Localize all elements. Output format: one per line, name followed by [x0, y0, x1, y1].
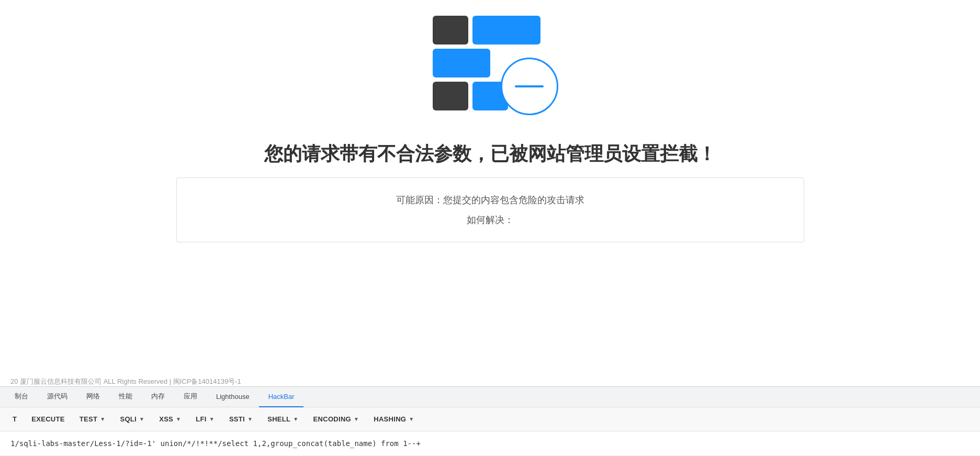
copyright-bar: 20 厦门服云信息科技有限公司 ALL Rights Reserved | 闽I…: [0, 376, 980, 386]
lfi-dropdown-icon: ▼: [209, 416, 215, 422]
hackbar-xss[interactable]: XSS ▼: [152, 407, 188, 431]
tab-performance[interactable]: 性能: [109, 386, 142, 407]
tab-hackbar[interactable]: HackBar: [259, 386, 304, 407]
hackbar-shell[interactable]: SHELL ▼: [260, 407, 306, 431]
page-wrapper: 您的请求带有不合法参数，已被网站管理员设置拦截！ 可能原因：您提交的内容包含危险…: [0, 0, 980, 456]
logo-area: [422, 10, 558, 126]
test-dropdown-icon: ▼: [100, 416, 105, 422]
url-text: 1/sqli-labs-master/Less-1/?id=-1' union/…: [10, 439, 421, 448]
info-reason: 可能原因：您提交的内容包含危险的攻击请求: [208, 194, 772, 206]
block-minus-icon: [501, 58, 558, 115]
block-blue-1: [472, 16, 540, 45]
hackbar-hashing[interactable]: HASHING ▼: [366, 407, 421, 431]
info-how: 如何解决：: [208, 214, 772, 226]
tab-memory[interactable]: 内存: [142, 386, 174, 407]
ssti-dropdown-icon: ▼: [247, 416, 253, 422]
minus-line: [515, 85, 544, 87]
bottom-section: 20 厦门服云信息科技有限公司 ALL Rights Reserved | 闽I…: [0, 376, 980, 456]
hackbar-toolbar: T EXECUTE TEST ▼ SQLI ▼ XSS ▼ LFI ▼: [0, 407, 980, 431]
url-bar-area[interactable]: 1/sqli-labs-master/Less-1/?id=-1' union/…: [0, 431, 980, 456]
encoding-dropdown-icon: ▼: [354, 416, 359, 422]
block-blue-2: [433, 49, 490, 77]
block-dark-1: [433, 16, 468, 45]
tab-application[interactable]: 应用: [174, 386, 207, 407]
devtools-tabbar: 制台 源代码 网络 性能 内存 应用 Lighthouse HackBar: [0, 386, 980, 407]
content-area: 您的请求带有不合法参数，已被网站管理员设置拦截！ 可能原因：您提交的内容包含危险…: [0, 0, 980, 242]
block-dark-2: [433, 82, 468, 110]
hackbar-sqli[interactable]: SQLI ▼: [112, 407, 152, 431]
copyright-text: 20 厦门服云信息科技有限公司 ALL Rights Reserved | 闽I…: [0, 373, 241, 390]
shell-dropdown-icon: ▼: [293, 416, 298, 422]
hackbar-test[interactable]: TEST ▼: [72, 407, 113, 431]
info-box: 可能原因：您提交的内容包含危险的攻击请求 如何解决：: [176, 177, 804, 242]
block-row-1: [433, 16, 540, 45]
xss-dropdown-icon: ▼: [176, 416, 181, 422]
hackbar-lfi[interactable]: LFI ▼: [188, 407, 222, 431]
tab-console[interactable]: 制台: [5, 386, 38, 407]
tab-lighthouse[interactable]: Lighthouse: [207, 386, 259, 407]
hackbar-ssti[interactable]: SSTI ▼: [222, 407, 260, 431]
hackbar-t[interactable]: T: [5, 407, 24, 431]
hackbar-execute[interactable]: EXECUTE: [24, 407, 72, 431]
tab-sources[interactable]: 源代码: [38, 386, 77, 407]
main-heading: 您的请求带有不合法参数，已被网站管理员设置拦截！: [264, 141, 716, 167]
sqli-dropdown-icon: ▼: [139, 416, 144, 422]
hackbar-encoding[interactable]: ENCODING ▼: [306, 407, 367, 431]
hashing-dropdown-icon: ▼: [409, 416, 414, 422]
tab-network[interactable]: 网络: [77, 386, 109, 407]
